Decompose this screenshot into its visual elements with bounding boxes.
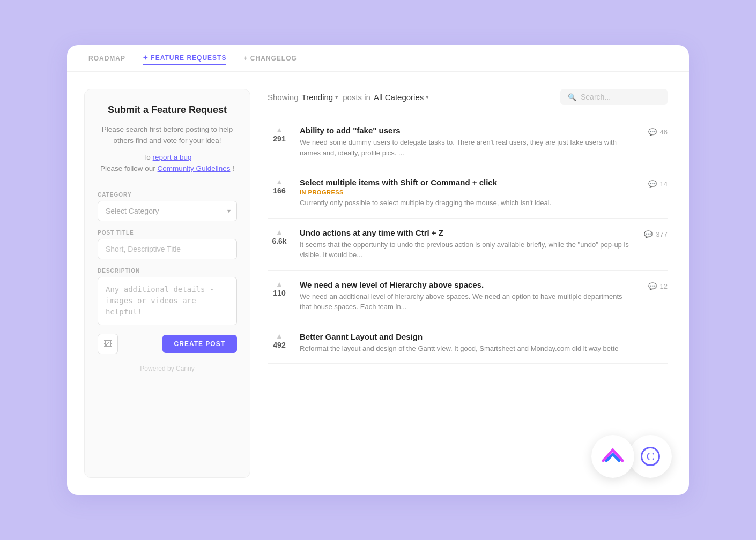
vote-count: 110	[273, 289, 285, 297]
post-desc: It seems that the opportunity to undo th…	[300, 239, 631, 260]
post-item[interactable]: ▲ 291 Ability to add "fake" users We nee…	[268, 116, 668, 168]
image-upload-button[interactable]: 🖼	[98, 334, 118, 354]
upvote-arrow-icon[interactable]: ▲	[276, 178, 283, 185]
nav-item-feature-requests[interactable]: ✦ FEATURE REQUESTS	[143, 52, 226, 65]
vote-box: ▲ 492	[268, 332, 291, 349]
post-content: Ability to add "fake" users We need some…	[300, 126, 635, 158]
description-input[interactable]	[98, 277, 237, 325]
comment-icon: 💬	[648, 180, 657, 188]
post-item[interactable]: ▲ 166 Select multiple items with Shift o…	[268, 168, 668, 219]
panel-subtitle: Please search first before posting to he…	[98, 124, 237, 147]
guidelines-suffix: !	[232, 164, 234, 172]
vote-count: 492	[273, 341, 285, 349]
content-area: Submit a Feature Request Please search f…	[67, 72, 689, 495]
search-box: 🔍	[560, 89, 668, 105]
panel-title: Submit a Feature Request	[98, 104, 237, 116]
clickup-logo-circle	[591, 435, 634, 478]
canny-logo-icon: C	[641, 447, 660, 466]
category-filter-chevron-icon: ▾	[426, 94, 429, 101]
bottom-row: 🖼 CREATE POST	[98, 334, 237, 354]
post-status: IN PROGRESS	[300, 189, 635, 196]
upvote-arrow-icon[interactable]: ▲	[276, 126, 283, 133]
description-label: DESCRIPTION	[98, 268, 237, 274]
post-title-label: POST TITLE	[98, 230, 237, 236]
post-item[interactable]: ▲ 6.6k Undo actions at any time with Ctr…	[268, 219, 668, 271]
post-content: Select multiple items with Shift or Comm…	[300, 178, 635, 208]
post-desc: Currently only possible to select multip…	[300, 198, 635, 208]
post-item[interactable]: ▲ 492 Better Gannt Layout and Design Ref…	[268, 322, 668, 364]
powered-by: Powered by Canny	[98, 365, 237, 372]
post-content: Better Gannt Layout and Design Reformat …	[300, 332, 668, 354]
showing-label: Showing	[268, 93, 299, 102]
search-icon: 🔍	[568, 93, 576, 101]
post-desc: We need an additional level of hierarchy…	[300, 291, 635, 312]
comment-count: 46	[660, 128, 668, 136]
nav-item-roadmap[interactable]: ROADMAP	[88, 52, 125, 64]
upvote-arrow-icon[interactable]: ▲	[276, 280, 283, 288]
vote-count: 291	[273, 134, 285, 143]
trending-filter[interactable]: Trending ▾	[302, 93, 339, 102]
comment-icon: 💬	[648, 128, 657, 136]
nav-bar: ROADMAP ✦ FEATURE REQUESTS + CHANGELOG	[67, 45, 689, 72]
vote-box: ▲ 166	[268, 178, 291, 195]
upvote-arrow-icon[interactable]: ▲	[276, 332, 283, 340]
comment-icon: 💬	[648, 282, 657, 290]
post-meta: 💬 12	[648, 282, 668, 290]
all-categories-label: All Categories	[374, 93, 424, 102]
trending-chevron-icon: ▾	[335, 94, 338, 101]
create-post-button[interactable]: CREATE POST	[162, 335, 237, 353]
post-item[interactable]: ▲ 110 We need a new level of Hierarchy a…	[268, 271, 668, 322]
report-bug-link[interactable]: report a bug	[153, 153, 192, 161]
guidelines-prefix: Please follow our	[100, 164, 155, 172]
post-meta: 💬 46	[648, 128, 668, 136]
posts-in-label: posts in	[343, 93, 370, 102]
post-title-input[interactable]	[98, 239, 237, 259]
post-title: We need a new level of Hierarchy above s…	[300, 280, 635, 289]
category-label: CATEGORY	[98, 192, 237, 198]
community-guidelines-link[interactable]: Community Guidelines	[158, 164, 231, 172]
canny-logo-circle: C	[629, 435, 672, 478]
vote-box: ▲ 6.6k	[268, 228, 291, 245]
category-select[interactable]: Select Category	[98, 201, 237, 221]
filter-bar: Showing Trending ▾ posts in All Categori…	[268, 89, 668, 105]
post-content: We need a new level of Hierarchy above s…	[300, 280, 635, 312]
comment-count: 14	[660, 180, 668, 188]
post-meta: 💬 377	[644, 230, 668, 238]
post-title: Ability to add "fake" users	[300, 126, 635, 135]
panel-guidelines: Please follow our Community Guidelines !	[98, 164, 237, 172]
nav-item-changelog[interactable]: + CHANGELOG	[243, 52, 297, 64]
vote-box: ▲ 110	[268, 280, 291, 297]
main-card: ROADMAP ✦ FEATURE REQUESTS + CHANGELOG S…	[67, 45, 689, 495]
vote-count: 6.6k	[272, 237, 286, 245]
search-input[interactable]	[581, 93, 660, 101]
post-list: ▲ 291 Ability to add "fake" users We nee…	[268, 116, 668, 364]
panel-link-line: To report a bug	[98, 153, 237, 161]
image-icon: 🖼	[103, 339, 112, 349]
post-title: Undo actions at any time with Ctrl + Z	[300, 228, 631, 237]
post-desc: Reformat the layout and design of the Ga…	[300, 343, 668, 354]
category-select-wrapper: Select Category ▾	[98, 201, 237, 221]
post-title: Select multiple items with Shift or Comm…	[300, 178, 635, 187]
vote-count: 166	[273, 186, 285, 195]
post-meta: 💬 14	[648, 180, 668, 188]
clickup-logo-icon	[601, 445, 625, 468]
comment-count: 12	[660, 282, 668, 290]
post-title: Better Gannt Layout and Design	[300, 332, 668, 341]
trending-label: Trending	[302, 93, 333, 102]
category-filter[interactable]: All Categories ▾	[374, 93, 429, 102]
comment-icon: 💬	[644, 230, 653, 238]
post-desc: We need some dummy users to delegate tas…	[300, 137, 635, 158]
left-panel: Submit a Feature Request Please search f…	[84, 89, 250, 478]
comment-count: 377	[656, 230, 668, 238]
post-content: Undo actions at any time with Ctrl + Z I…	[300, 228, 631, 260]
right-panel: Showing Trending ▾ posts in All Categori…	[268, 89, 668, 478]
vote-box: ▲ 291	[268, 126, 291, 143]
upvote-arrow-icon[interactable]: ▲	[276, 228, 283, 236]
link-prefix: To	[143, 153, 151, 161]
floating-logos: C	[591, 435, 672, 478]
